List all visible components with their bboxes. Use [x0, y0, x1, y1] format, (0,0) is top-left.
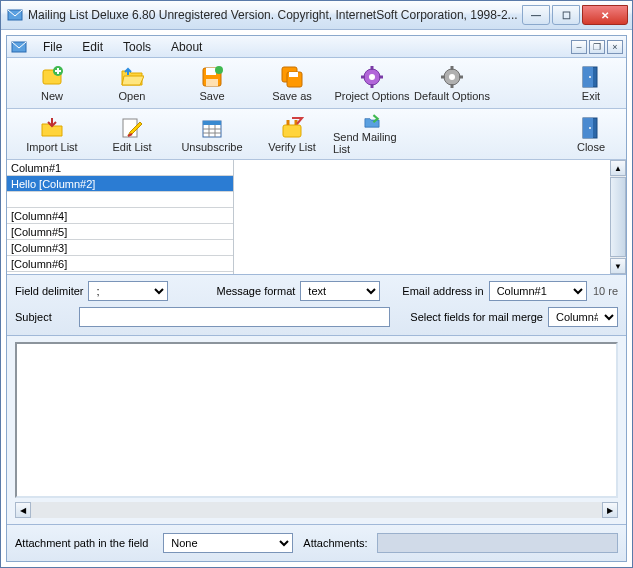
open-button[interactable]: Open — [92, 61, 172, 105]
pencil-icon — [120, 116, 144, 140]
subject-label: Subject — [15, 311, 52, 323]
scroll-up-icon[interactable]: ▲ — [610, 160, 626, 176]
menu-edit[interactable]: Edit — [72, 37, 113, 57]
mailmerge-select[interactable]: Column#1 — [548, 307, 618, 327]
preview-scrollbar[interactable]: ▲ ▼ — [610, 160, 626, 274]
mdi-close-button[interactable]: × — [607, 40, 623, 54]
mailmerge-label: Select fields for mail merge — [410, 311, 543, 323]
svg-rect-10 — [289, 72, 298, 77]
import-icon — [40, 116, 64, 140]
project-options-button[interactable]: Project Options — [332, 61, 412, 105]
unsubscribe-label: Unsubscribe — [181, 141, 242, 153]
gear-gray-icon — [440, 65, 464, 89]
svg-rect-5 — [206, 68, 216, 75]
close-button[interactable]: Close — [561, 112, 621, 156]
svg-rect-33 — [283, 125, 301, 137]
field-delimiter-select[interactable]: ; — [88, 281, 168, 301]
preview-pane: ▲ ▼ — [234, 160, 626, 274]
toolbar-list: Import List Edit List Unsubscribe Verify… — [7, 109, 626, 160]
default-options-button[interactable]: Default Options — [412, 61, 492, 105]
list-item[interactable]: [Column#3] — [7, 240, 233, 256]
menubar: File Edit Tools About – ❐ × — [7, 36, 626, 58]
new-button[interactable]: New — [12, 61, 92, 105]
minimize-button[interactable]: — — [522, 5, 550, 25]
field-delimiter-label: Field delimiter — [15, 285, 83, 297]
scroll-left-icon[interactable]: ◀ — [15, 502, 31, 518]
exit-button[interactable]: Exit — [561, 61, 621, 105]
project-options-label: Project Options — [334, 90, 409, 102]
door-exit-icon — [579, 65, 603, 89]
send-mailing-button[interactable]: Send Mailing List — [332, 112, 412, 156]
mdi-minimize-button[interactable]: – — [571, 40, 587, 54]
attach-path-select[interactable]: None — [163, 533, 293, 553]
svg-rect-6 — [206, 79, 218, 86]
titlebar: Mailing List Deluxe 6.80 Unregistered Ve… — [1, 1, 632, 30]
message-body[interactable] — [15, 342, 618, 498]
save-button[interactable]: Save — [172, 61, 252, 105]
record-count: 10 re — [593, 285, 618, 297]
unsubscribe-button[interactable]: Unsubscribe — [172, 112, 252, 156]
send-icon — [360, 113, 384, 130]
svg-rect-28 — [203, 121, 221, 125]
close-window-button[interactable]: ✕ — [582, 5, 628, 25]
import-list-button[interactable]: Import List — [12, 112, 92, 156]
scroll-right-icon[interactable]: ▶ — [602, 502, 618, 518]
svg-rect-24 — [583, 67, 593, 87]
list-section: Column#1Hello [Column#2][Column#4][Colum… — [7, 160, 626, 275]
default-options-label: Default Options — [414, 90, 490, 102]
verify-list-button[interactable]: Verify List — [252, 112, 332, 156]
scroll-down-icon[interactable]: ▼ — [610, 258, 626, 274]
list-item[interactable]: [Column#6] — [7, 256, 233, 272]
new-label: New — [41, 90, 63, 102]
toolbar-main: New Open Save Save as Project Options De… — [7, 58, 626, 109]
open-icon — [120, 65, 144, 89]
edit-list-button[interactable]: Edit List — [92, 112, 172, 156]
inner-frame: File Edit Tools About – ❐ × New Open Sav… — [6, 35, 627, 562]
subject-input[interactable] — [79, 307, 390, 327]
email-addr-label: Email address in — [402, 285, 483, 297]
list-item[interactable] — [7, 192, 233, 208]
saveas-button[interactable]: Save as — [252, 61, 332, 105]
calendar-icon — [200, 116, 224, 140]
scroll-thumb[interactable] — [610, 177, 626, 257]
hscroll-track[interactable] — [31, 502, 602, 518]
attachments-label: Attachments: — [303, 537, 367, 549]
saveas-icon — [280, 65, 304, 89]
app-icon — [7, 7, 23, 23]
mdi-controls: – ❐ × — [571, 40, 626, 54]
import-list-label: Import List — [26, 141, 77, 153]
send-mailing-label: Send Mailing List — [333, 131, 411, 155]
menu-about[interactable]: About — [161, 37, 212, 57]
email-addr-select[interactable]: Column#1 — [489, 281, 587, 301]
saveas-label: Save as — [272, 90, 312, 102]
window-controls: — ☐ ✕ — [520, 5, 628, 25]
svg-point-36 — [589, 127, 591, 129]
close-label: Close — [577, 141, 605, 153]
message-hscroll[interactable]: ◀ ▶ — [15, 502, 618, 518]
field-list[interactable]: Column#1Hello [Column#2][Column#4][Colum… — [7, 160, 234, 274]
svg-point-25 — [589, 76, 591, 78]
verify-list-label: Verify List — [268, 141, 316, 153]
menu-app-icon — [11, 39, 27, 55]
attachment-panel: Attachment path in the field None Attach… — [7, 524, 626, 561]
attachments-box[interactable] — [377, 533, 618, 553]
save-label: Save — [199, 90, 224, 102]
list-item[interactable]: [Column#4] — [7, 208, 233, 224]
list-item[interactable]: Hello [Column#2] — [7, 176, 233, 192]
svg-point-18 — [449, 74, 455, 80]
verify-icon — [280, 116, 304, 140]
maximize-button[interactable]: ☐ — [552, 5, 580, 25]
save-icon — [200, 65, 224, 89]
menu-tools[interactable]: Tools — [113, 37, 161, 57]
list-item[interactable]: [Column#5] — [7, 224, 233, 240]
svg-point-7 — [215, 66, 223, 74]
mdi-restore-button[interactable]: ❐ — [589, 40, 605, 54]
app-window: Mailing List Deluxe 6.80 Unregistered Ve… — [0, 0, 633, 568]
attach-path-label: Attachment path in the field — [15, 537, 148, 549]
options-panel: Field delimiter ; Message format text Em… — [7, 275, 626, 336]
list-item[interactable]: Column#1 — [7, 160, 233, 176]
exit-label: Exit — [582, 90, 600, 102]
message-format-label: Message format — [216, 285, 295, 297]
menu-file[interactable]: File — [33, 37, 72, 57]
message-format-select[interactable]: text — [300, 281, 380, 301]
